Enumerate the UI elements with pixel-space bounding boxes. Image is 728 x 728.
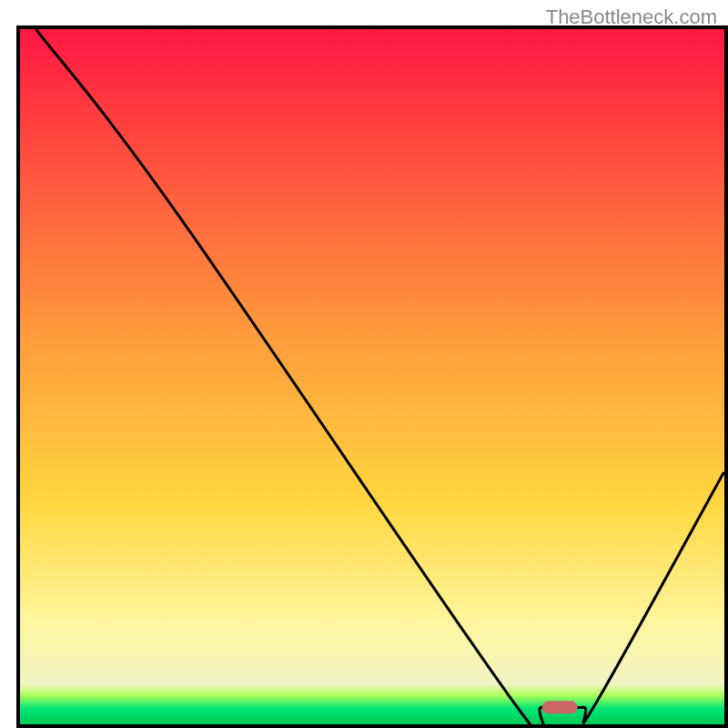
plot-background (18, 27, 726, 726)
bottleneck-chart (0, 0, 728, 728)
min-marker (542, 701, 578, 713)
watermark-label: TheBottleneck.com (546, 5, 717, 29)
